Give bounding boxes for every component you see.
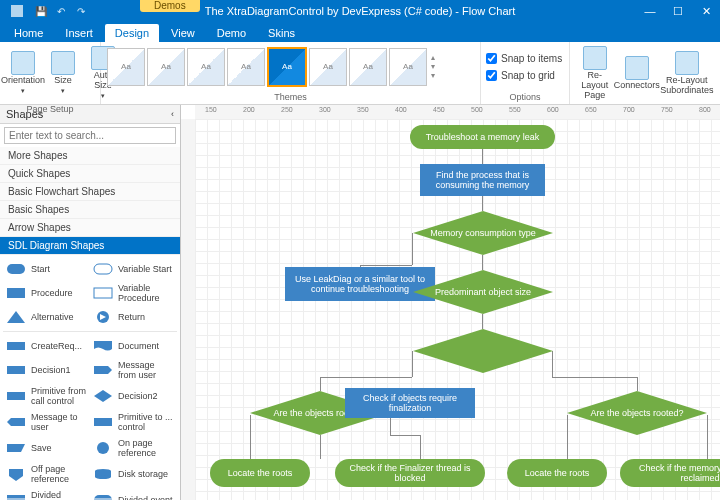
size-button[interactable]: Size▾: [45, 49, 81, 97]
shape-divided-event[interactable]: Divided event: [90, 487, 177, 500]
svg-rect-14: [94, 418, 112, 426]
shape-message-to-user[interactable]: Message to user: [3, 409, 90, 435]
size-icon: [51, 51, 75, 75]
node-check-finalization[interactable]: Check if objects require finalization: [345, 388, 475, 418]
tab-home[interactable]: Home: [4, 24, 53, 42]
shape-alternative[interactable]: Alternative: [3, 306, 90, 328]
shape-disk-storage[interactable]: Disk storage: [90, 461, 177, 487]
node-objects-rooted-3[interactable]: Are the objects rooted?: [567, 391, 707, 435]
category-arrow-shapes[interactable]: Arrow Shapes: [0, 219, 180, 237]
node-locate-roots-1[interactable]: Locate the roots: [210, 459, 310, 487]
svg-rect-8: [7, 342, 25, 350]
orientation-icon: [11, 51, 35, 75]
svg-point-16: [97, 442, 109, 454]
svg-marker-5: [7, 311, 25, 323]
shape-start[interactable]: Start: [3, 258, 90, 280]
svg-marker-15: [7, 444, 25, 452]
save-icon[interactable]: 💾: [32, 2, 50, 20]
theme-swatch-4[interactable]: Aa: [227, 48, 265, 86]
svg-point-20: [95, 475, 111, 479]
node-consumption-type[interactable]: Memory consumption type: [413, 211, 553, 255]
theme-swatch-8[interactable]: Aa: [389, 48, 427, 86]
svg-rect-9: [7, 366, 25, 374]
shape-off-page-ref[interactable]: Off page reference: [3, 461, 90, 487]
svg-rect-11: [7, 392, 25, 400]
shape-divided-process[interactable]: Divided process: [3, 487, 90, 500]
themes-expand[interactable]: ▾: [431, 71, 435, 80]
shapes-list: Start Variable Start Procedure Variable …: [0, 255, 180, 500]
ribbon: Orientation▾ Size▾ Auto Size▾ Page Setup…: [0, 42, 720, 105]
tab-design[interactable]: Design: [105, 24, 159, 42]
node-locate-roots-2[interactable]: Locate the roots: [507, 459, 607, 487]
connectors-icon: [625, 56, 649, 80]
svg-marker-17: [9, 469, 23, 481]
group-label-options: Options: [481, 91, 569, 104]
snap-to-items-checkbox[interactable]: Snap to items: [486, 53, 562, 64]
undo-icon[interactable]: ↶: [52, 2, 70, 20]
minimize-button[interactable]: —: [636, 0, 664, 22]
quick-access-toolbar: 💾 ↶ ↷: [0, 2, 90, 20]
category-quick-shapes[interactable]: Quick Shapes: [0, 165, 180, 183]
canvas-area: 1502002503003504004505005506006507007508…: [181, 105, 720, 500]
svg-rect-0: [11, 5, 23, 17]
category-basic-flowchart[interactable]: Basic Flowchart Shapes: [0, 183, 180, 201]
theme-swatch-2[interactable]: Aa: [147, 48, 185, 86]
close-button[interactable]: ✕: [692, 0, 720, 22]
shape-message-from-user[interactable]: Message from user: [90, 357, 177, 383]
shape-variable-procedure[interactable]: Variable Procedure: [90, 280, 177, 306]
node-find-process[interactable]: Find the process that is consuming the m…: [420, 164, 545, 196]
shape-decision2[interactable]: Decision2: [90, 383, 177, 409]
app-icon: [10, 4, 24, 18]
shape-return[interactable]: Return: [90, 306, 177, 328]
svg-marker-10: [94, 366, 112, 374]
theme-swatch-3[interactable]: Aa: [187, 48, 225, 86]
shape-primitive-from-call[interactable]: Primitive from call control: [3, 383, 90, 409]
shape-variable-start[interactable]: Variable Start: [90, 258, 177, 280]
demos-tag: Demos: [140, 0, 200, 12]
tab-skins[interactable]: Skins: [258, 24, 305, 42]
theme-swatch-5-selected[interactable]: Aa: [267, 47, 307, 87]
svg-rect-1: [7, 264, 25, 274]
collapse-icon[interactable]: ‹: [171, 109, 174, 119]
category-basic-shapes[interactable]: Basic Shapes: [0, 201, 180, 219]
themes-scroll-down[interactable]: ▾: [431, 62, 435, 71]
node-objects-rooted-1[interactable]: [413, 329, 553, 373]
orientation-button[interactable]: Orientation▾: [5, 49, 41, 97]
shape-save[interactable]: Save: [3, 435, 90, 461]
group-label-pagesetup: Page Setup: [0, 103, 100, 116]
ruler-horizontal: 1502002503003504004505005506006507007508…: [195, 105, 720, 120]
diagram-canvas[interactable]: Troubleshoot a memory leak Find the proc…: [195, 119, 720, 500]
theme-swatch-1[interactable]: Aa: [107, 48, 145, 86]
snap-to-grid-checkbox[interactable]: Snap to grid: [486, 70, 555, 81]
node-leakdiag[interactable]: Use LeakDiag or a similar tool to contin…: [285, 267, 435, 301]
themes-scroll-up[interactable]: ▴: [431, 53, 435, 62]
svg-rect-3: [7, 288, 25, 298]
shape-createreq[interactable]: CreateReq...: [3, 335, 90, 357]
shape-primitive-to[interactable]: Primitive to ... control: [90, 409, 177, 435]
connectors-button[interactable]: Connectors: [619, 54, 655, 93]
shapes-search-input[interactable]: [4, 127, 176, 144]
node-check-finalizer-thread[interactable]: Check if the Finalizer thread is blocked: [335, 459, 485, 487]
relayout-subs-icon: [675, 51, 699, 75]
tab-demo[interactable]: Demo: [207, 24, 256, 42]
shape-decision1[interactable]: Decision1: [3, 357, 90, 383]
theme-swatch-6[interactable]: Aa: [309, 48, 347, 86]
tab-insert[interactable]: Insert: [55, 24, 103, 42]
maximize-button[interactable]: ☐: [664, 0, 692, 22]
svg-rect-2: [94, 264, 112, 274]
workspace: Shapes‹ More Shapes Quick Shapes Basic F…: [0, 105, 720, 500]
tab-view[interactable]: View: [161, 24, 205, 42]
redo-icon[interactable]: ↷: [72, 2, 90, 20]
relayout-page-button[interactable]: Re-Layout Page: [575, 44, 615, 103]
shape-on-page-ref[interactable]: On page reference: [90, 435, 177, 461]
shape-document[interactable]: Document: [90, 335, 177, 357]
node-check-memory-reclaimed[interactable]: Check if the memory has been reclaimed: [620, 459, 720, 487]
category-more-shapes[interactable]: More Shapes: [0, 147, 180, 165]
relayout-page-icon: [583, 46, 607, 70]
category-sdl-diagram[interactable]: SDL Diagram Shapes: [0, 237, 180, 255]
relayout-subs-button[interactable]: Re-Layout Subordinates: [659, 49, 715, 98]
svg-marker-13: [7, 418, 25, 426]
node-troubleshoot[interactable]: Troubleshoot a memory leak: [410, 125, 555, 149]
theme-swatch-7[interactable]: Aa: [349, 48, 387, 86]
shape-procedure[interactable]: Procedure: [3, 280, 90, 306]
